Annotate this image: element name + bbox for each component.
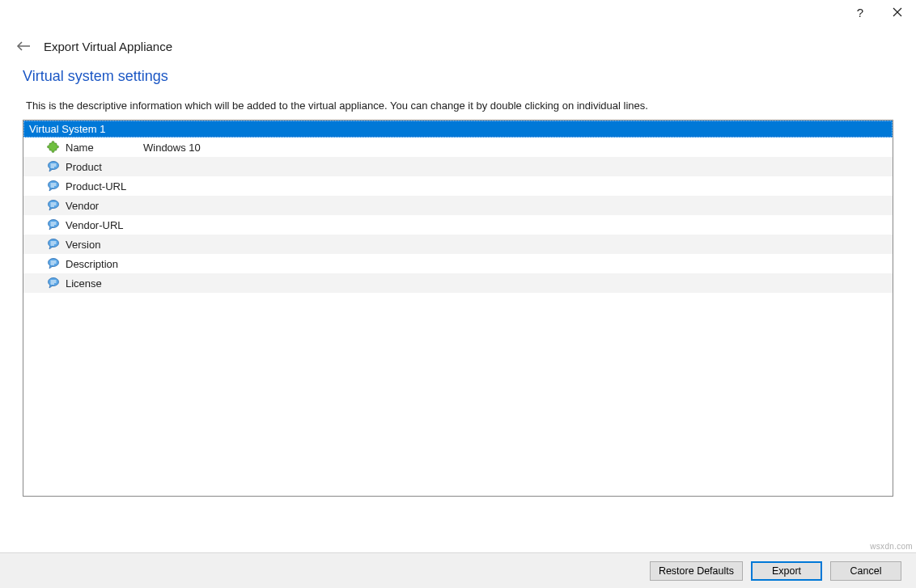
settings-row-label: Product-URL xyxy=(66,180,143,192)
help-icon: ? xyxy=(857,6,863,19)
settings-row-label: Vendor-URL xyxy=(66,219,143,231)
settings-row-label: Description xyxy=(66,258,143,270)
close-icon xyxy=(893,7,902,17)
wizard-header: Export Virtual Appliance xyxy=(0,32,916,68)
note-icon xyxy=(46,159,61,174)
settings-row[interactable]: Vendor-URL xyxy=(23,215,893,235)
export-button[interactable]: Export xyxy=(751,561,822,581)
section-description: This is the descriptive information whic… xyxy=(23,99,893,112)
settings-row-value[interactable]: Windows 10 xyxy=(143,142,893,154)
settings-row-label: Product xyxy=(66,161,143,173)
settings-row[interactable]: NameWindows 10 xyxy=(23,137,893,157)
settings-row-label: Vendor xyxy=(66,200,143,212)
wizard-title: Export Virtual Appliance xyxy=(44,40,172,53)
settings-rows: NameWindows 10ProductProduct-URLVendorVe… xyxy=(23,137,893,293)
settings-row-label: Version xyxy=(66,239,143,251)
close-button[interactable] xyxy=(879,0,916,24)
arrow-left-icon xyxy=(16,40,31,52)
section-title: Virtual system settings xyxy=(23,68,893,85)
virtual-system-header[interactable]: Virtual System 1 xyxy=(23,121,893,137)
puzzle-icon xyxy=(46,140,61,154)
footer: Restore Defaults Export Cancel xyxy=(0,552,916,588)
settings-row[interactable]: Product xyxy=(23,157,893,176)
note-icon xyxy=(46,198,61,213)
note-icon xyxy=(46,179,61,193)
note-icon xyxy=(46,256,61,271)
note-icon xyxy=(46,237,61,252)
cancel-button[interactable]: Cancel xyxy=(830,561,901,581)
note-icon xyxy=(46,218,61,232)
settings-row-label: Name xyxy=(66,142,143,154)
back-button[interactable] xyxy=(16,39,31,53)
titlebar: ? xyxy=(0,0,916,32)
help-button[interactable]: ? xyxy=(842,0,879,24)
content-area: Virtual system settings This is the desc… xyxy=(0,68,916,497)
settings-row[interactable]: Product-URL xyxy=(23,176,893,196)
settings-row[interactable]: Vendor xyxy=(23,196,893,215)
settings-row-label: License xyxy=(66,277,143,290)
settings-row[interactable]: Description xyxy=(23,254,893,273)
settings-row[interactable]: Version xyxy=(23,235,893,254)
settings-table: Virtual System 1 NameWindows 10ProductPr… xyxy=(23,120,893,497)
settings-row[interactable]: License xyxy=(23,273,893,293)
export-appliance-window: ? Export Virtual Appliance Virtual syste… xyxy=(0,0,916,588)
watermark: wsxdn.com xyxy=(870,542,913,551)
restore-defaults-button[interactable]: Restore Defaults xyxy=(650,561,743,581)
note-icon xyxy=(46,276,61,290)
